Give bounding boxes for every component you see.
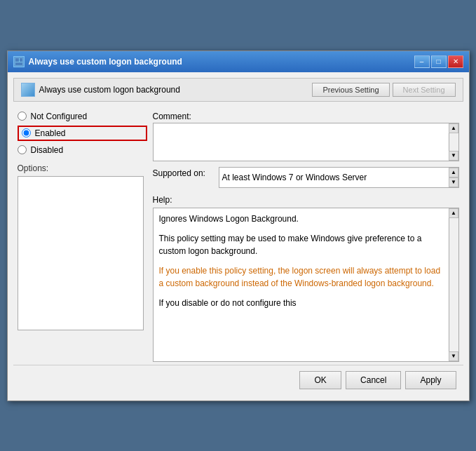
not-configured-option[interactable]: Not Configured — [18, 112, 147, 121]
comment-input[interactable] — [153, 123, 449, 161]
right-panel: Comment: ▲ ▼ Supported on: At least — [153, 112, 459, 362]
not-configured-radio[interactable] — [18, 112, 27, 121]
help-scroll-down[interactable]: ▼ — [449, 351, 458, 361]
comment-area: Comment: ▲ ▼ — [153, 112, 459, 161]
disabled-option[interactable]: Disabled — [18, 145, 147, 155]
ok-button[interactable]: OK — [299, 371, 341, 389]
enabled-label: Enabled — [35, 128, 66, 138]
sub-header-label: Always use custom logon background — [39, 85, 180, 95]
comment-scrollbar: ▲ ▼ — [449, 123, 459, 161]
supported-scroll-up[interactable]: ▲ — [449, 168, 458, 177]
previous-setting-button[interactable]: Previous Setting — [312, 83, 389, 97]
main-window: Always use custom logon background – □ ✕… — [7, 51, 470, 401]
help-box: Ignores Windows Logon Background. This p… — [153, 208, 449, 362]
enabled-option[interactable]: Enabled — [18, 126, 147, 141]
next-setting-button[interactable]: Next Setting — [393, 83, 456, 97]
main-area: Not Configured Enabled Disabled Options: — [13, 109, 463, 365]
help-scroll-up[interactable]: ▲ — [449, 208, 458, 218]
title-bar: Always use custom logon background – □ ✕ — [8, 51, 469, 72]
svg-rect-3 — [15, 62, 22, 65]
help-scrollbar: ▲ ▼ — [449, 208, 459, 362]
supported-value-wrapper: At least Windows 7 or Windows Server ▲ ▼ — [219, 167, 459, 188]
apply-button[interactable]: Apply — [405, 371, 456, 389]
supported-scroll-down[interactable]: ▼ — [449, 177, 458, 187]
supported-value: At least Windows 7 or Windows Server — [219, 167, 449, 188]
svg-rect-1 — [15, 58, 19, 62]
help-label: Help: — [153, 195, 459, 205]
help-scroll-track — [449, 218, 458, 351]
nav-buttons: Previous Setting Next Setting — [312, 83, 455, 97]
window-icon — [13, 56, 25, 67]
window-content: Always use custom logon background Previ… — [8, 72, 469, 400]
supported-row: Supported on: At least Windows 7 or Wind… — [153, 167, 459, 188]
title-bar-controls: – □ ✕ — [414, 55, 463, 68]
comment-scroll-up[interactable]: ▲ — [449, 123, 458, 133]
options-box — [18, 176, 144, 330]
options-label: Options: — [18, 163, 147, 173]
sub-header-title: Always use custom logon background — [21, 83, 180, 97]
help-p1: Ignores Windows Logon Background. — [159, 213, 443, 225]
disabled-radio[interactable] — [18, 145, 27, 154]
cancel-button[interactable]: Cancel — [346, 371, 401, 389]
not-configured-label: Not Configured — [31, 112, 88, 121]
sub-header: Always use custom logon background Previ… — [13, 78, 463, 102]
comment-wrapper: ▲ ▼ — [153, 123, 459, 161]
supported-scrollbar: ▲ ▼ — [449, 167, 459, 188]
radio-group: Not Configured Enabled Disabled — [18, 112, 147, 155]
enabled-radio[interactable] — [22, 128, 31, 137]
maximize-button[interactable]: □ — [431, 55, 447, 68]
policy-icon — [21, 83, 35, 97]
left-panel: Not Configured Enabled Disabled Options: — [18, 112, 147, 362]
help-p2: This policy setting may be used to make … — [159, 232, 443, 257]
comment-label: Comment: — [153, 112, 459, 121]
help-p3: If you enable this policy setting, the l… — [159, 264, 443, 290]
help-p4: If you disable or do not configure this — [159, 297, 443, 309]
svg-rect-2 — [20, 58, 22, 62]
window-title: Always use custom logon background — [29, 57, 182, 67]
footer: OK Cancel Apply — [13, 365, 463, 395]
comment-scroll-track — [449, 133, 458, 151]
help-section: Help: Ignores Windows Logon Background. … — [153, 195, 459, 362]
disabled-label: Disabled — [31, 145, 64, 155]
close-button[interactable]: ✕ — [448, 55, 463, 68]
supported-label: Supported on: — [153, 167, 216, 178]
minimize-button[interactable]: – — [414, 55, 430, 68]
comment-scroll-down[interactable]: ▼ — [449, 151, 458, 161]
title-bar-left: Always use custom logon background — [13, 56, 182, 67]
help-wrapper: Ignores Windows Logon Background. This p… — [153, 208, 459, 362]
